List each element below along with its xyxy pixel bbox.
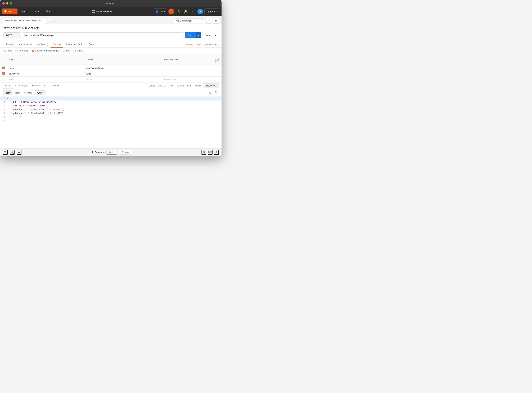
empty-checkbox[interactable] [2,78,5,81]
eye-icon: 👁 [208,20,210,22]
placeholder-description[interactable]: Description [162,77,213,82]
bootcamp-label: Bootcamp [95,151,105,153]
row1-checkbox[interactable]: ✓ [2,67,5,69]
url-input[interactable] [22,32,184,38]
format-pretty-button[interactable]: Pretty [3,90,12,95]
close-button[interactable] [2,2,5,5]
build-button[interactable]: Build [106,150,117,155]
runner-button[interactable]: Runner [31,9,42,14]
heart-button[interactable]: ♡ [190,9,196,14]
keyboard-button[interactable]: ⌨ [208,150,212,155]
request-tab[interactable]: POST http://localhost:5000/api/login × [3,17,46,24]
console-button[interactable]: ▶ [17,150,21,155]
tab-close-icon[interactable]: × [42,19,44,22]
tab-authorization[interactable]: Authorization [16,41,34,48]
new-tab-button[interactable]: + [47,19,51,24]
tab-method: POST [5,20,10,21]
request-area: http://localhost:5000/api/login POST ▾ S… [0,24,221,41]
sidebar-toggle-button[interactable]: ☰ [3,150,8,155]
resp-tab-test-results[interactable]: Test Results [47,83,64,89]
format-raw-button[interactable]: Raw [13,90,21,95]
col-description: DESCRIPTION [162,54,213,65]
tab-params[interactable]: Params [4,41,16,48]
row1-actions [213,65,221,71]
send-button[interactable]: Send [185,32,196,38]
help-button[interactable]: ? [214,150,219,155]
titlebar: Postman [0,0,221,7]
environment-select[interactable]: No Environment ▾ [174,18,205,23]
more-options-button[interactable]: ··· [217,55,220,58]
upgrade-button[interactable]: Upgrade ▾ [204,9,220,14]
collections-button[interactable]: ⊞ ▾ [44,9,52,14]
save-button[interactable]: Save [202,32,213,38]
cookies-link[interactable]: Cookies [185,43,193,46]
env-settings-button[interactable]: ⚙ [213,18,219,24]
resp-tab-headers[interactable]: Headers (10) [29,83,47,89]
save-dropdown-button[interactable]: ▾ [213,32,218,38]
code-link[interactable]: Code [196,43,201,46]
row1-key[interactable]: email [7,65,84,71]
workspace-button[interactable]: My Workspace ▾ [92,10,114,13]
notifications-button[interactable]: 🔔 [183,9,189,14]
format-type-select[interactable]: JSON ▾ [35,90,46,95]
row1-value[interactable]: alice@gmail.com [84,65,162,71]
resp-tab-cookies[interactable]: Cookies (1) [13,83,29,89]
copy-button[interactable]: ⧉ [208,90,212,95]
radio-form-data-label: form-data [19,49,29,52]
placeholder-actions [213,77,221,82]
row2-value[interactable]: alice [84,71,162,77]
tab-tests[interactable]: Tests [86,41,96,48]
radio-raw[interactable]: raw [63,49,70,52]
invite-button[interactable]: 👤 Invite [153,9,167,14]
settings-icon: ⚙ [215,20,217,22]
import-button[interactable]: Import [19,9,29,14]
browse-button[interactable]: Browse [119,150,132,155]
tab-pre-request[interactable]: Pre-request Script [63,41,86,48]
download-button[interactable]: Download [204,83,219,88]
comments-link[interactable]: Comments (0) [204,43,218,46]
radio-form-data[interactable]: form-data [15,49,29,52]
row1-description[interactable] [162,65,213,71]
bottom-right: ⊞ ⌨ ? [201,150,219,155]
method-select[interactable]: POST ▾ [4,32,21,38]
minimize-button[interactable] [6,2,8,5]
row2-key[interactable]: password [7,71,84,77]
split-view-button[interactable]: ⊞ [201,150,206,155]
more-tabs-button[interactable]: ··· [52,19,57,24]
workspace-dropdown-icon: ▾ [113,10,114,12]
format-type-arrow: ▾ [43,92,44,94]
env-eye-button[interactable]: 👁 [206,18,212,24]
sync-button[interactable]: ↻ [168,9,174,14]
interceptor-button[interactable]: 🔌 [176,9,182,14]
new-dropdown-arrow: ▾ [13,10,15,12]
search-button[interactable]: 🔍 [214,90,219,95]
tab-body[interactable]: Body [51,41,63,48]
radio-binary-label: binary [77,49,83,52]
new-button[interactable]: ✚ New ▾ [2,9,18,14]
profile-button[interactable]: ☁ [197,9,203,14]
code-line-3: 3 "email": "alice@gmail.com", [0,104,221,108]
resp-tab-body[interactable]: Body [3,83,13,89]
maximize-button[interactable] [10,2,12,5]
resp-headers-badge: (10) [41,84,45,87]
bootcamp-button[interactable]: 🎓 Bootcamp [91,151,105,153]
radio-urlencoded[interactable]: x-www-form-urlencoded [32,49,59,52]
row2-description[interactable] [162,71,213,77]
radio-binary[interactable]: binary [73,49,83,52]
send-dropdown-button[interactable]: ▾ [196,32,201,38]
row2-checkbox[interactable]: ✓ [2,72,5,75]
tab-headers[interactable]: Headers (1) [34,41,51,48]
method-label: POST [6,34,12,37]
radio-none[interactable]: none [4,49,12,52]
placeholder-key[interactable]: Key [7,77,84,82]
radio-none-label: none [7,49,12,52]
bulk-edit-button[interactable]: Bulk Edit [215,58,220,64]
code-line-5: 5 "updatedAt": "2019-04-24T11:20:22.997Z… [0,112,221,116]
placeholder-value[interactable]: Value [84,77,162,82]
word-wrap-button[interactable]: ⇌ [47,91,52,95]
upgrade-label: Upgrade [207,10,215,13]
code-line-6: 6 "__v": 0 [0,116,221,120]
format-preview-button[interactable]: Preview [22,90,34,95]
form-table: KEY VALUE DESCRIPTION ··· Bulk Edit ✓ em… [0,54,221,82]
find-button[interactable]: 🔍 [10,150,14,155]
